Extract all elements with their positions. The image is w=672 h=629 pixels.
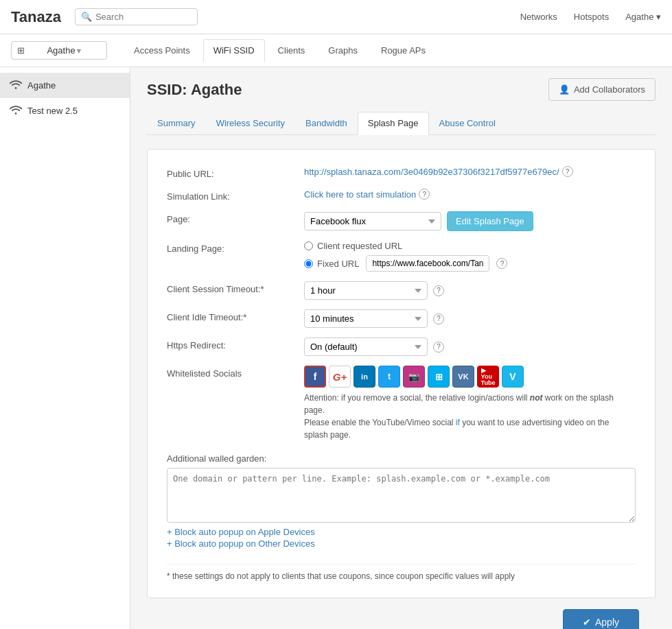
page-header: SSID: Agathe 👤 Add Collaborators <box>147 78 656 101</box>
simulation-link-row: Simulation Link: Click here to start sim… <box>167 189 636 202</box>
twitter-social-icon[interactable]: t <box>378 366 400 388</box>
top-navbar: Tanaza 🔍 Networks Hotspots Agathe ▾ <box>0 0 672 34</box>
youtube-social-icon[interactable]: ▶YouTube <box>477 366 499 388</box>
walled-garden-row: Additional walled garden: + Block auto p… <box>167 451 636 550</box>
user-plus-icon: 👤 <box>559 84 570 95</box>
radio-fixed-url-input[interactable] <box>304 259 313 268</box>
subnav-tabs: Access Points WiFi SSID Clients Graphs R… <box>124 39 436 62</box>
radio-fixed-url-label[interactable]: Fixed URL <box>317 259 359 269</box>
tab-rogue-aps[interactable]: Rogue APs <box>371 39 436 62</box>
https-redirect-row: Https Redirect: On (default) Off ? <box>167 337 636 356</box>
sidebar-item-test-new-25[interactable]: Test new 2.5 <box>0 98 130 123</box>
fixed-url-input[interactable] <box>366 255 489 272</box>
session-timeout-row: Client Session Timeout:* 1 hour 30 minut… <box>167 281 636 300</box>
sub-navbar: ⊞ Agathe ▼ Access Points WiFi SSID Clien… <box>0 34 672 67</box>
public-url-value: http://splash.tanaza.com/3e0469b92e37306… <box>304 166 636 177</box>
radio-client-url: Client requested URL <box>304 241 507 251</box>
facebook-social-icon[interactable]: f <box>304 366 326 388</box>
tab-wifi-ssid[interactable]: WiFi SSID <box>203 39 265 62</box>
vk-social-icon[interactable]: VK <box>452 366 474 388</box>
user-menu[interactable]: Agathe ▾ <box>625 12 661 22</box>
networks-link[interactable]: Networks <box>520 12 557 22</box>
tab-access-points[interactable]: Access Points <box>124 39 200 62</box>
radio-client-url-label[interactable]: Client requested URL <box>317 241 402 251</box>
sidebar-label-test-new-25: Test new 2.5 <box>27 106 78 116</box>
sidebar-item-agathe[interactable]: Agathe <box>0 73 130 98</box>
page-select-value: Facebook flux Custom Page None Edit Spla… <box>304 211 636 231</box>
tab-graphs[interactable]: Graphs <box>318 39 368 62</box>
walled-garden-label: Additional walled garden: <box>167 451 636 468</box>
splash-page-panel: Public URL: http://splash.tanaza.com/3e0… <box>147 149 656 598</box>
layers-icon: ⊞ <box>17 45 43 56</box>
page-select-label: Page: <box>167 211 304 224</box>
session-timeout-select[interactable]: 1 hour 30 minutes 2 hours 4 hours 8 hour… <box>304 281 428 300</box>
session-timeout-help-icon[interactable]: ? <box>433 285 444 296</box>
search-input[interactable] <box>95 12 192 22</box>
public-url-label: Public URL: <box>167 166 304 179</box>
block-apple-link[interactable]: + Block auto popup on Apple Devices <box>167 527 315 537</box>
simulation-link-label: Simulation Link: <box>167 189 304 202</box>
tab-abuse-control[interactable]: Abuse Control <box>429 112 506 134</box>
landing-page-label: Landing Page: <box>167 241 304 254</box>
chevron-down-icon: ▼ <box>76 47 101 55</box>
public-url-link[interactable]: http://splash.tanaza.com/3e0469b92e37306… <box>304 167 559 177</box>
whitelisted-socials-row: Whitelisted Socials f G+ in t 📷 ⊞ VK ▶Yo… <box>167 366 636 441</box>
instagram-social-icon[interactable]: 📷 <box>403 366 425 388</box>
public-url-row: Public URL: http://splash.tanaza.com/3e0… <box>167 166 636 179</box>
radio-client-url-input[interactable] <box>304 241 313 250</box>
landing-page-value: Client requested URL Fixed URL ? <box>304 241 636 272</box>
tab-splash-page[interactable]: Splash Page <box>358 112 429 135</box>
checkmark-icon: ✔ <box>583 617 591 628</box>
idle-timeout-label: Client Idle Timeout:* <box>167 309 304 322</box>
idle-timeout-help-icon[interactable]: ? <box>433 313 444 324</box>
search-icon: 🔍 <box>81 12 92 22</box>
session-timeout-label: Client Session Timeout:* <box>167 281 304 294</box>
landing-page-radio-group: Client requested URL Fixed URL ? <box>304 241 507 272</box>
simulation-link-value: Click here to start simulation ? <box>304 189 636 200</box>
walled-garden-links: + Block auto popup on Apple Devices + Bl… <box>167 527 315 550</box>
idle-timeout-value: 10 minutes 5 minutes 30 minutes 1 hour N… <box>304 309 636 328</box>
radio-fixed-url: Fixed URL ? <box>304 255 507 272</box>
sidebar: Agathe Test new 2.5 <box>0 67 130 629</box>
https-redirect-label: Https Redirect: <box>167 337 304 351</box>
social-icons: f G+ in t 📷 ⊞ VK ▶YouTube V <box>304 366 634 388</box>
page-select-row: Page: Facebook flux Custom Page None Edi… <box>167 211 636 231</box>
wifi-icon <box>10 80 22 91</box>
simulation-link[interactable]: Click here to start simulation <box>304 189 416 200</box>
org-selector[interactable]: ⊞ Agathe ▼ <box>11 41 107 60</box>
social-icons-wrap: f G+ in t 📷 ⊞ VK ▶YouTube V Attention: i… <box>304 366 634 441</box>
apply-section: ✔ Apply <box>147 598 656 629</box>
tab-wireless-security[interactable]: Wireless Security <box>206 112 295 134</box>
linkedin-social-icon[interactable]: in <box>354 366 375 388</box>
app-logo: Tanaza <box>11 8 61 26</box>
https-redirect-help-icon[interactable]: ? <box>433 342 444 353</box>
simulation-help-icon[interactable]: ? <box>419 189 430 200</box>
social-warning-if: if <box>456 418 460 427</box>
search-box[interactable]: 🔍 <box>75 8 198 25</box>
org-name: Agathe <box>47 45 75 56</box>
footer-note-text: * these settings do not apply to clients… <box>167 571 515 581</box>
page-select-dropdown[interactable]: Facebook flux Custom Page None <box>304 212 441 230</box>
tab-bandwidth[interactable]: Bandwidth <box>295 112 358 134</box>
add-collaborators-button[interactable]: 👤 Add Collaborators <box>548 78 656 101</box>
tab-summary[interactable]: Summary <box>147 112 206 134</box>
public-url-help-icon[interactable]: ? <box>562 166 573 177</box>
page-layout: Agathe Test new 2.5 SSID: Agathe 👤 Add C… <box>0 67 672 629</box>
vimeo-social-icon[interactable]: V <box>502 366 524 388</box>
landing-page-row: Landing Page: Client requested URL Fixed… <box>167 241 636 272</box>
tab-clients[interactable]: Clients <box>268 39 316 62</box>
https-redirect-select[interactable]: On (default) Off <box>304 337 428 356</box>
hotspots-link[interactable]: Hotspots <box>574 12 609 22</box>
edit-splash-page-button[interactable]: Edit Splash Page <box>447 211 533 231</box>
walled-garden-textarea[interactable] <box>167 468 636 523</box>
fixed-url-help-icon[interactable]: ? <box>496 258 507 269</box>
block-other-link[interactable]: + Block auto popup on Other Devices <box>167 538 315 549</box>
apply-button[interactable]: ✔ Apply <box>563 609 639 629</box>
social-warning-not: not <box>530 393 543 403</box>
idle-timeout-select[interactable]: 10 minutes 5 minutes 30 minutes 1 hour N… <box>304 309 428 328</box>
google-social-icon[interactable]: G+ <box>329 366 351 388</box>
session-timeout-value: 1 hour 30 minutes 2 hours 4 hours 8 hour… <box>304 281 636 300</box>
windows-social-icon[interactable]: ⊞ <box>428 366 450 388</box>
social-warning: Attention: if you remove a social, the r… <box>304 392 634 441</box>
idle-timeout-row: Client Idle Timeout:* 10 minutes 5 minut… <box>167 309 636 328</box>
